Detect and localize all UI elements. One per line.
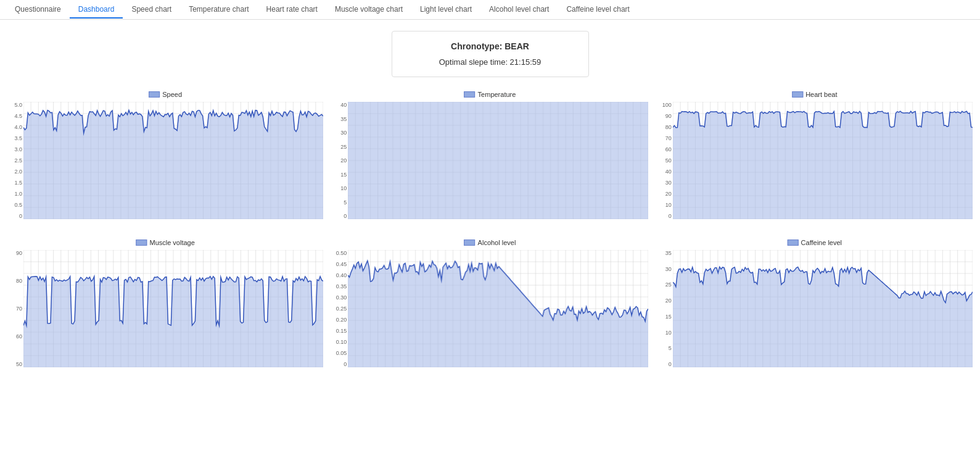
speed-legend-box xyxy=(149,91,160,98)
caffeine-canvas xyxy=(673,250,973,367)
muscle-legend-box xyxy=(136,240,147,246)
muscle-y-axis: 9080706050 xyxy=(6,250,23,367)
alcohol-legend-box xyxy=(464,240,476,246)
heartbeat-legend: Heart beat xyxy=(792,91,837,98)
caffeine-legend: Caffeine level xyxy=(788,239,842,246)
heartbeat-canvas xyxy=(673,102,973,219)
sleep-time-label: Optimal slepe time: 21:15:59 xyxy=(417,57,564,67)
temperature-legend: Temperature xyxy=(464,91,516,98)
nav-alcohollevel-chart[interactable]: Alcohol level chart xyxy=(480,1,558,19)
nav-lightlevel-chart[interactable]: Light level chart xyxy=(411,1,480,19)
charts-row-1: Speed 5.04.54.03.53.02.52.01.51.00.50 Te… xyxy=(0,88,980,236)
nav-dashboard[interactable]: Dashboard xyxy=(70,1,123,19)
chronotype-label: Chronotype: BEAR xyxy=(417,41,564,51)
caffeine-chart-area xyxy=(673,250,973,367)
heartbeat-legend-label: Heart beat xyxy=(805,91,837,98)
speed-legend-label: Speed xyxy=(162,91,182,98)
muscle-canvas xyxy=(23,250,323,367)
speed-y-axis: 5.04.54.03.53.02.52.01.51.00.50 xyxy=(6,102,23,219)
alcohol-legend: Alcohol level xyxy=(464,239,516,246)
heartbeat-chart: Heart beat 1009080706050403020100 xyxy=(656,88,974,230)
caffeine-legend-label: Caffeine level xyxy=(801,239,842,246)
navigation: Questionnaire Dashboard Speed chart Temp… xyxy=(0,0,980,20)
temperature-y-axis: 4035302520151050 xyxy=(331,102,348,219)
alcohol-y-axis: 0.500.450.400.350.300.250.200.150.100.05… xyxy=(331,250,348,367)
nav-heartrate-chart[interactable]: Heart rate chart xyxy=(258,1,326,19)
speed-chart-area xyxy=(23,102,323,219)
muscle-legend: Muscle voltage xyxy=(136,239,194,246)
muscle-chart-area xyxy=(23,250,323,367)
heartbeat-legend-box xyxy=(792,91,803,98)
caffeine-y-axis: 35302520151050 xyxy=(656,250,673,367)
charts-row-2: Muscle voltage 9080706050 Alcohol level … xyxy=(0,236,980,385)
temperature-legend-label: Temperature xyxy=(478,91,516,98)
temperature-chart-area xyxy=(348,102,648,219)
speed-canvas xyxy=(23,102,323,219)
alcohol-chart: Alcohol level 0.500.450.400.350.300.250.… xyxy=(331,236,649,378)
temperature-chart: Temperature 4035302520151050 xyxy=(331,88,649,230)
info-card: Chronotype: BEAR Optimal slepe time: 21:… xyxy=(392,31,589,77)
muscle-legend-label: Muscle voltage xyxy=(149,239,194,246)
speed-chart: Speed 5.04.54.03.53.02.52.01.51.00.50 xyxy=(6,88,324,230)
nav-questionnaire[interactable]: Questionnaire xyxy=(6,1,70,19)
temperature-legend-box xyxy=(464,91,476,98)
nav-muscle-chart[interactable]: Muscle voltage chart xyxy=(326,1,411,19)
nav-temperature-chart[interactable]: Temperature chart xyxy=(180,1,257,19)
speed-legend: Speed xyxy=(149,91,182,98)
caffeine-chart: Caffeine level 35302520151050 xyxy=(656,236,974,378)
heartbeat-chart-area xyxy=(673,102,973,219)
heartbeat-y-axis: 1009080706050403020100 xyxy=(656,102,673,219)
nav-caffeinelevel-chart[interactable]: Caffeine level chart xyxy=(558,1,638,19)
nav-speed-chart[interactable]: Speed chart xyxy=(123,1,180,19)
alcohol-legend-label: Alcohol level xyxy=(478,239,516,246)
caffeine-legend-box xyxy=(788,240,799,246)
alcohol-canvas xyxy=(348,250,648,367)
muscle-chart: Muscle voltage 9080706050 xyxy=(6,236,324,378)
temperature-canvas xyxy=(348,102,648,219)
alcohol-chart-area xyxy=(348,250,648,367)
